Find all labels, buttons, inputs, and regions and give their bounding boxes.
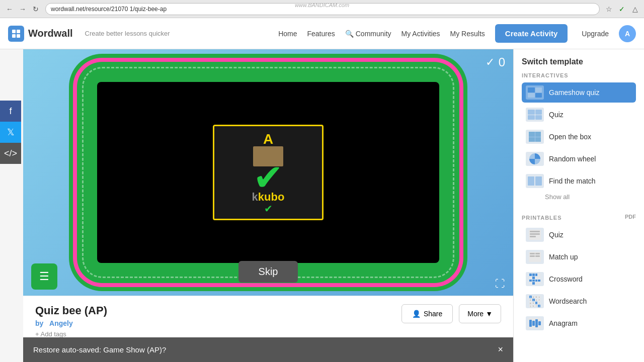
template-item-open-the-box[interactable]: Open the box: [522, 127, 636, 147]
code-icon: </>: [4, 148, 17, 159]
add-tags-button[interactable]: + Add tags: [35, 330, 107, 338]
answer-card: A ✔ kkubo ✔: [213, 125, 324, 220]
answer-text: kkubo: [252, 191, 285, 204]
notification-text: Restore auto-saved: Game Show (AP)?: [33, 345, 166, 354]
nav-features[interactable]: Features: [307, 30, 335, 38]
search-icon: 🔍: [345, 30, 354, 38]
nav-links: Home Features 🔍 Community My Activities …: [278, 24, 636, 43]
fullscreen-button[interactable]: ⛶: [495, 278, 505, 290]
nav-community-label: Community: [356, 30, 391, 38]
game-title: Quiz bee (AP): [35, 304, 107, 317]
score-value: 0: [499, 55, 505, 69]
browser-actions: ☆ ✓ △: [604, 4, 640, 14]
find-the-match-label: Find the match: [549, 177, 596, 185]
quiz-print-label: Quiz: [549, 231, 564, 239]
open-the-box-icon: [526, 130, 544, 144]
twitter-icon: 𝕏: [7, 127, 15, 138]
twitter-share-button[interactable]: 𝕏: [0, 122, 21, 143]
skip-button[interactable]: Skip: [238, 261, 298, 283]
nav-my-activities[interactable]: My Activities: [401, 30, 440, 38]
upgrade-button[interactable]: Upgrade: [582, 30, 609, 38]
printables-label: PRINTABLES: [522, 215, 561, 221]
browser-nav-buttons: ← → ↻: [4, 4, 41, 15]
game-title-area: Quiz bee (AP) by Angely + Add tags: [35, 304, 107, 338]
switch-template-title: Switch template: [522, 57, 636, 66]
extension-button[interactable]: △: [630, 4, 640, 14]
game-area: A ✔ kkubo ✔ ✓ 0: [23, 49, 513, 362]
more-button[interactable]: More ▼: [459, 304, 501, 323]
logo-icon: [8, 26, 24, 42]
template-item-wordsearch[interactable]: w a b c d o e f g h r i j k l d: [522, 291, 636, 311]
template-item-find-the-match[interactable]: Find the match: [522, 171, 636, 191]
quiz-print-icon: [526, 228, 544, 242]
template-item-crossword[interactable]: Crossword: [522, 269, 636, 289]
url-text: wordwall.net/resource/21070 1/quiz-bee-a…: [51, 6, 167, 13]
game-controls: ☰ Skip ⛶: [23, 261, 513, 296]
svg-rect-0: [12, 30, 16, 33]
browser-bar: ← → ↻ wordwall.net/resource/21070 1/quiz…: [0, 0, 644, 18]
interactives-label: INTERACTIVES: [522, 72, 636, 78]
social-sidebar: f 𝕏 </>: [0, 101, 23, 164]
tagline: Create better lessons quicker: [85, 30, 170, 37]
avatar: A: [619, 25, 636, 42]
open-the-box-label: Open the box: [549, 133, 591, 141]
answer-letter: A: [263, 131, 273, 147]
chevron-down-icon: ▼: [486, 310, 493, 318]
menu-button[interactable]: ☰: [31, 263, 57, 290]
checkmark-score-icon: ✓: [486, 56, 495, 69]
bookmark-button[interactable]: ☆: [604, 4, 614, 14]
gameshow-quiz-label: Gameshow quiz: [549, 88, 599, 97]
notification-bar: Restore auto-saved: Game Show (AP)? ×: [23, 337, 513, 362]
notification-close-button[interactable]: ×: [498, 344, 503, 355]
nav-my-results[interactable]: My Results: [450, 30, 485, 38]
show-all-link[interactable]: Show all: [545, 193, 636, 201]
small-check-icon: ✔: [264, 203, 273, 215]
shield-button[interactable]: ✓: [617, 4, 627, 14]
template-item-anagram[interactable]: Anagram: [522, 313, 636, 333]
logo-text: Wordwall: [28, 28, 73, 39]
random-wheel-icon: [526, 152, 544, 166]
game-frame-container: A ✔ kkubo ✔ ✓ 0: [23, 49, 513, 296]
game-inner: A ✔ kkubo ✔: [97, 82, 439, 263]
menu-icon: ☰: [39, 270, 49, 283]
reload-button[interactable]: ↻: [30, 4, 41, 15]
facebook-icon: f: [9, 106, 12, 117]
author-prefix: by: [35, 319, 43, 327]
author-name[interactable]: Angely: [49, 319, 73, 327]
match-up-label: Match up: [549, 253, 578, 261]
answer-thumbnail: [253, 146, 283, 166]
create-activity-button[interactable]: Create Activity: [495, 24, 568, 43]
back-button[interactable]: ←: [4, 4, 15, 15]
fullscreen-icon: ⛶: [495, 278, 505, 289]
quiz-label: Quiz: [549, 111, 564, 119]
crossword-label: Crossword: [549, 275, 583, 283]
printables-section-header: PRINTABLES PDF: [522, 209, 636, 225]
code-share-button[interactable]: </>: [0, 143, 21, 164]
svg-rect-2: [12, 34, 16, 38]
nav-community[interactable]: 🔍 Community: [345, 30, 391, 38]
right-sidebar: Switch template INTERACTIVES Gameshow qu…: [513, 49, 644, 362]
more-label: More: [467, 310, 484, 318]
share-button[interactable]: 👤 Share: [401, 304, 453, 323]
crossword-icon: [526, 272, 544, 286]
address-bar[interactable]: wordwall.net/resource/21070 1/quiz-bee-a…: [45, 3, 600, 15]
template-item-match-up[interactable]: Match up: [522, 247, 636, 267]
match-up-icon: [526, 250, 544, 264]
pdf-label: PDF: [625, 214, 636, 220]
game-actions: 👤 Share More ▼: [401, 304, 501, 323]
template-item-gameshow-quiz[interactable]: Gameshow quiz: [522, 82, 636, 103]
wordsearch-label: Wordsearch: [549, 297, 587, 305]
site-header: Wordwall Create better lessons quicker H…: [0, 18, 644, 49]
share-label: Share: [424, 310, 442, 318]
nav-home[interactable]: Home: [278, 30, 297, 38]
svg-rect-3: [17, 34, 20, 38]
gameshow-quiz-icon: [526, 85, 544, 100]
anagram-icon: [526, 316, 544, 330]
quiz-icon: [526, 108, 544, 122]
template-item-quiz-print[interactable]: Quiz: [522, 225, 636, 245]
template-item-quiz[interactable]: Quiz: [522, 105, 636, 125]
anagram-label: Anagram: [549, 319, 578, 327]
template-item-random-wheel[interactable]: Random wheel: [522, 149, 636, 169]
facebook-share-button[interactable]: f: [0, 101, 21, 122]
forward-button[interactable]: →: [17, 4, 28, 15]
